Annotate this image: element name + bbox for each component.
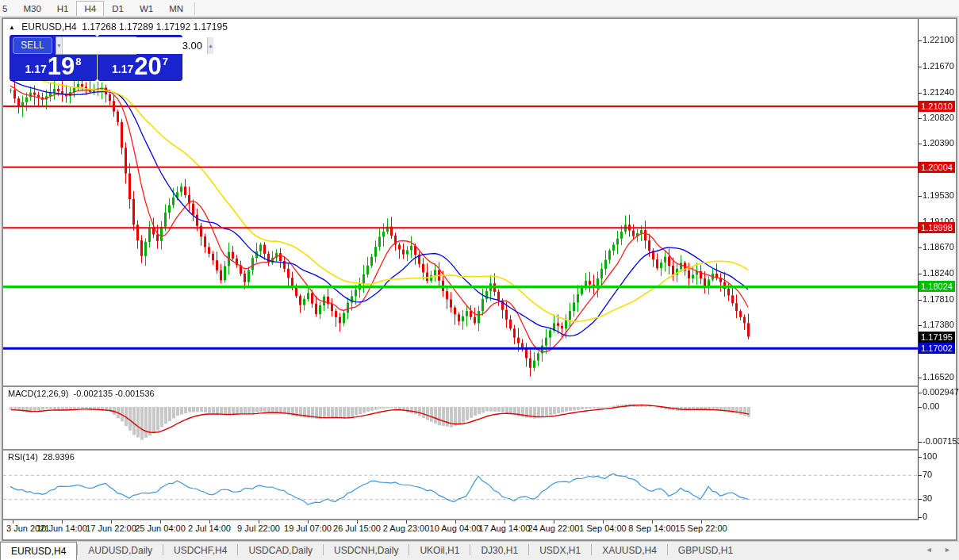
chart-tab-xauusd[interactable]: XAUUSD,H4 bbox=[592, 543, 667, 559]
chart-tab-audusd[interactable]: AUDUSD,Daily bbox=[78, 543, 163, 559]
time-axis-label: 2 Jul 14:00 bbox=[188, 524, 231, 533]
volume-spinner: ▼ ▲ bbox=[56, 36, 136, 55]
price-level-badge: 1.17195 bbox=[919, 332, 955, 343]
rsi-value: 28.9396 bbox=[43, 452, 75, 462]
axis-tick-mark bbox=[919, 247, 922, 248]
timeframe-button-mn[interactable]: MN bbox=[161, 1, 191, 17]
bid-price-big: 19 bbox=[48, 56, 75, 78]
bid-price-prefix: 1.17 bbox=[25, 63, 47, 75]
timeframe-button-h4[interactable]: H4 bbox=[76, 1, 104, 17]
time-axis-label: 10 Jun 14:00 bbox=[36, 524, 87, 533]
price-tick-label: 1.16520 bbox=[923, 372, 954, 382]
chart-tab-usdx[interactable]: USDX,H1 bbox=[529, 543, 591, 559]
macd-indicator-label: MACD(12,26,9) -0.002135 -0.001536 bbox=[8, 389, 155, 398]
time-axis-label: 15 Sep 22:00 bbox=[675, 524, 727, 533]
rsi-name: RSI(14) bbox=[8, 452, 38, 462]
axis-tick-mark bbox=[919, 475, 922, 476]
chart-tab-gbpusd[interactable]: GBPUSD,H1 bbox=[668, 543, 743, 559]
time-axis-label: 17 Aug 14:00 bbox=[479, 524, 531, 533]
ask-price: 1.17 20 7 bbox=[98, 56, 182, 78]
chart-tab-usdchf[interactable]: USDCHF,H4 bbox=[163, 543, 237, 559]
ask-price-prefix: 1.17 bbox=[112, 63, 133, 75]
axis-tick-mark bbox=[919, 196, 922, 197]
timeframe-button-m30[interactable]: M30 bbox=[15, 1, 48, 17]
price-tick-label: 1.18670 bbox=[923, 242, 954, 251]
volume-increase-icon[interactable]: ▲ bbox=[207, 37, 213, 54]
price-level-badge: 1.17002 bbox=[919, 343, 955, 354]
macd-name: MACD(12,26,9) bbox=[8, 389, 68, 398]
pane-separator[interactable] bbox=[3, 385, 953, 388]
timeframe-button-5[interactable]: 5 bbox=[0, 1, 15, 17]
bid-price-sup: 8 bbox=[75, 56, 81, 67]
volume-decrease-icon[interactable]: ▼ bbox=[56, 37, 63, 54]
axis-tick-mark bbox=[919, 457, 922, 458]
price-level-badge: 1.20004 bbox=[919, 162, 955, 173]
axis-tick-mark bbox=[919, 93, 922, 94]
time-axis-label: 17 Jun 22:00 bbox=[86, 524, 136, 533]
price-tick-label: 1.20820 bbox=[923, 113, 954, 122]
chart-tab-ukoil[interactable]: UKOil,H1 bbox=[409, 543, 470, 559]
collapse-triangle-icon[interactable]: ▲ bbox=[9, 24, 15, 31]
macd-scale-label: 0.002947 bbox=[923, 387, 959, 397]
price-tick-label: 1.17810 bbox=[923, 294, 954, 304]
price-level-badge: 1.21010 bbox=[919, 101, 955, 112]
volume-input[interactable] bbox=[63, 37, 207, 54]
price-tick-label: 1.21240 bbox=[923, 87, 954, 97]
axis-tick-mark bbox=[919, 325, 922, 326]
price-axis[interactable]: 1.221001.216701.212401.208201.203901.199… bbox=[919, 19, 953, 536]
price-level-badge: 1.18024 bbox=[919, 281, 955, 292]
rsi-scale-label: 30 bbox=[923, 493, 932, 503]
toolbar-separator bbox=[194, 2, 195, 15]
timeframe-button-w1[interactable]: W1 bbox=[132, 1, 161, 17]
timeframe-toolbar: 5M30H1H4D1W1MN bbox=[0, 0, 959, 17]
chart-ohlc-values: 1.17268 1.17289 1.17192 1.17195 bbox=[82, 21, 228, 33]
time-axis[interactable]: 3 Jun 202110 Jun 14:0017 Jun 22:0025 Jun… bbox=[3, 520, 953, 536]
rsi-scale-label: 70 bbox=[923, 470, 932, 479]
time-axis-label: 26 Jul 15:00 bbox=[333, 524, 381, 533]
axis-tick-mark bbox=[919, 442, 922, 443]
chart-window: ▲ EURUSD,H4 1.17268 1.17289 1.17192 1.17… bbox=[2, 17, 957, 541]
timeframe-button-h1[interactable]: H1 bbox=[49, 1, 77, 17]
rsi-scale-label: 100 bbox=[923, 451, 937, 461]
chart-tab-dj30[interactable]: DJ30,H1 bbox=[470, 543, 528, 559]
time-axis-label: 19 Jul 07:00 bbox=[284, 524, 332, 533]
time-axis-label: 24 Aug 22:00 bbox=[528, 524, 580, 533]
price-tick-label: 1.22100 bbox=[923, 35, 954, 44]
one-click-trade-panel: 1.17 19 8 1.17 20 7 SELL BUY ▼ ▲ bbox=[10, 35, 181, 79]
axis-tick-mark bbox=[919, 517, 922, 518]
axis-tick-mark bbox=[919, 300, 922, 301]
axis-tick-mark bbox=[919, 407, 922, 408]
chart-tab-usdcnh[interactable]: USDCNH,Daily bbox=[324, 543, 409, 559]
ask-price-big: 20 bbox=[134, 56, 161, 78]
time-axis-label: 8 Sep 14:00 bbox=[628, 524, 675, 533]
price-tick-label: 1.19530 bbox=[923, 190, 954, 200]
axis-tick-mark bbox=[919, 499, 922, 500]
macd-scale-label: 0.00 bbox=[923, 401, 939, 411]
timeframe-button-d1[interactable]: D1 bbox=[104, 1, 132, 17]
pane-separator[interactable] bbox=[3, 449, 953, 451]
time-axis-label: 25 Jun 04:00 bbox=[135, 524, 186, 533]
bid-price: 1.17 19 8 bbox=[10, 56, 96, 78]
price-chart-canvas[interactable] bbox=[3, 19, 918, 536]
time-axis-label: 9 Jul 22:00 bbox=[237, 524, 280, 533]
sell-button[interactable]: SELL bbox=[13, 37, 52, 54]
axis-tick-mark bbox=[919, 40, 922, 41]
rsi-indicator-label: RSI(14) 28.9396 bbox=[8, 452, 75, 462]
price-tick-label: 1.20390 bbox=[923, 138, 954, 148]
macd-scale-label: -0.007153 bbox=[923, 436, 959, 446]
price-tick-label: 1.21670 bbox=[923, 61, 954, 71]
axis-tick-mark bbox=[919, 144, 922, 144]
tab-scroll-arrows[interactable]: ◄ ► bbox=[926, 546, 956, 554]
price-tick-label: 1.18240 bbox=[923, 268, 954, 278]
chart-tab-usdcad[interactable]: USDCAD,Daily bbox=[238, 543, 323, 559]
ask-price-sup: 7 bbox=[163, 56, 168, 67]
axis-tick-mark bbox=[919, 378, 922, 378]
chart-tab-bar: EURUSD,H4AUDUSD,DailyUSDCHF,H4USDCAD,Dai… bbox=[0, 541, 959, 560]
axis-tick-mark bbox=[919, 118, 922, 119]
chart-tab-eurusd[interactable]: EURUSD,H4 bbox=[0, 542, 77, 560]
macd-values: -0.002135 -0.001536 bbox=[74, 389, 155, 398]
time-axis-label: 10 Aug 04:00 bbox=[430, 524, 481, 533]
axis-tick-mark bbox=[919, 393, 922, 393]
axis-tick-mark bbox=[919, 67, 922, 67]
axis-tick-mark bbox=[919, 274, 922, 274]
